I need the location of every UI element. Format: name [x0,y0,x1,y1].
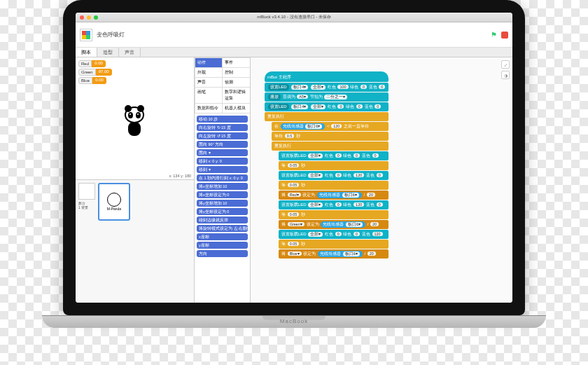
sprite-thumb-panda[interactable]: M-Panda [98,183,130,221]
window-title: mBlock v3.4.10 - 没有连接串口 - 未保存 [257,14,331,20]
sprite-panda-icon[interactable] [120,106,148,142]
script-block[interactable]: 设置LED 板口4▾ 全部▾ 红色 0 绿色 0 蓝色 0 [265,102,388,111]
category-外观[interactable]: 外观 [195,67,223,78]
palette-block[interactable]: 将旋转模式设定为 左-右翻转 ▾ [197,225,248,232]
script-block[interactable]: 设置板载LED 全部▾ 红色 0 绿色 0 蓝色 120 [279,230,388,239]
toolbar: 变色呼吸灯 ⚑ [76,22,512,48]
category-数字和逻辑运算[interactable]: 数字和逻辑运算 [222,87,251,104]
close-icon[interactable] [80,15,84,20]
category-事件[interactable]: 事件 [222,57,251,68]
stage[interactable]: Red0.00 Green97.00 Blue0.00 x: 134 y: 18… [76,57,194,180]
block-palette: 动作事件外观控制声音侦测画笔数字和逻辑运算数据和指令机器人模块 移动 10 步向… [195,57,251,303]
zoom-icon[interactable] [94,15,98,20]
palette-block[interactable]: 向左旋转 ↺ 15 度 [197,132,248,139]
category-动作[interactable]: 动作 [195,57,223,68]
category-声音[interactable]: 声音 [195,77,223,88]
tab-bar: 脚本 造型 声音 [76,48,512,57]
palette-block[interactable]: 移动 10 步 [197,116,248,123]
green-flag-icon[interactable]: ⚑ [491,31,497,39]
category-数据和指令[interactable]: 数据和指令 [195,103,223,113]
script-block[interactable]: 设置板载LED 全部▾ 红色 0 绿色 120 蓝色 0 [279,200,388,209]
palette-block[interactable]: 将y坐标增加 10 [197,200,248,207]
backdrop-thumb[interactable] [78,183,95,200]
script-block[interactable]: 设置板载LED 全部▾ 红色 0 绿色 0 蓝色 0 [279,151,388,160]
canvas-tool-icon[interactable]: ⤢ [501,60,510,69]
script-block[interactable]: 等待 0.5 秒 [272,132,388,141]
canvas-tool-icon[interactable]: ◑ [501,71,510,79]
palette-block[interactable]: 面向 ▾ [197,149,248,156]
script-block[interactable]: 设置LED 板口4▾ 全部▾ 红色 100 绿色 0 蓝色 0 [265,83,388,92]
macbook-brand: MacBook [280,318,308,324]
app-logo-icon [80,29,92,41]
tab-scripts[interactable]: 脚本 [76,48,97,57]
window-titlebar: mBlock v3.4.10 - 没有连接串口 - 未保存 [76,13,512,22]
palette-block[interactable]: 移到 x: 0 y: 0 [197,158,248,165]
palette-block[interactable]: 面向 90° 方向 [197,141,248,148]
palette-block[interactable]: 将y坐标设定为 0 [197,208,248,215]
palette-block[interactable]: 将x坐标增加 10 [197,183,248,190]
script-block[interactable]: 将 Green▾ 设定为 光线传感器 板口6▾ / 20 [279,220,388,229]
palette-block[interactable]: 移到 ▾ [197,166,248,173]
category-控制[interactable]: 控制 [222,67,251,78]
palette-block[interactable]: 在 1 秒内滑行到 x: 0 y: 0 [197,174,248,181]
script-block[interactable]: 将 Red▾ 设定为 光线传感器 板口6▾ / 20 [279,191,388,200]
minimize-icon[interactable] [87,15,91,20]
stage-var-green: Green97.00 [78,69,112,76]
stop-icon[interactable] [501,32,508,39]
stage-coords: x: 134 y: 180 [169,174,192,178]
project-title: 变色呼吸灯 [97,31,125,39]
sprite-panel: 舞台 1 背景 M-Panda [76,180,194,303]
palette-block[interactable]: 方向 [197,250,248,257]
palette-block[interactable]: 向右旋转 ↻ 15 度 [197,124,248,131]
tab-sounds[interactable]: 声音 [119,48,141,57]
palette-block[interactable]: 碰到边缘就反弹 [197,216,248,223]
stage-var-blue: Blue0.00 [78,77,112,84]
script-block[interactable]: mBot 主程序 [265,71,388,82]
script-block[interactable]: 重复执行 [265,112,388,121]
script-block[interactable]: 等 0.05 秒 [279,240,388,249]
palette-block[interactable]: y座标 [197,242,248,249]
script-block[interactable]: 等 0.05 秒 [279,181,388,190]
category-画笔[interactable]: 画笔 [195,87,223,104]
script-canvas[interactable]: ⤢ ◑ mBot 主程序设置LED 板口4▾ 全部▾ 红色 100 绿色 0 蓝… [251,57,512,303]
sprite-thumb-label: M-Panda [107,207,121,211]
script-block[interactable]: 重复执行 [272,142,388,151]
script-block[interactable]: 播放 音调为 A5▾ 节拍为 二分之一▾ [265,92,388,102]
script-block[interactable]: 在 光线传感器 板口6▾ < 120 之前一直等待 [272,122,388,131]
tab-costumes[interactable]: 造型 [97,48,119,57]
script-block[interactable]: 等 0.05 秒 [279,210,388,219]
script-block[interactable]: 等 0.05 秒 [279,161,388,170]
stage-var-red: Red0.00 [78,60,112,67]
script-block[interactable]: 将 Blue▾ 设定为 光线传感器 板口6▾ / 20 [279,249,388,259]
palette-block[interactable]: x座标 [197,233,248,240]
script-block[interactable]: 设置板载LED 全部▾ 红色 0 绿色 120 蓝色 0 [279,171,388,180]
category-机器人模块[interactable]: 机器人模块 [222,103,251,113]
palette-block[interactable]: 将x坐标设定为 0 [197,191,248,198]
backdrop-label: 舞台 1 背景 [78,201,95,209]
category-侦测[interactable]: 侦测 [222,77,251,88]
